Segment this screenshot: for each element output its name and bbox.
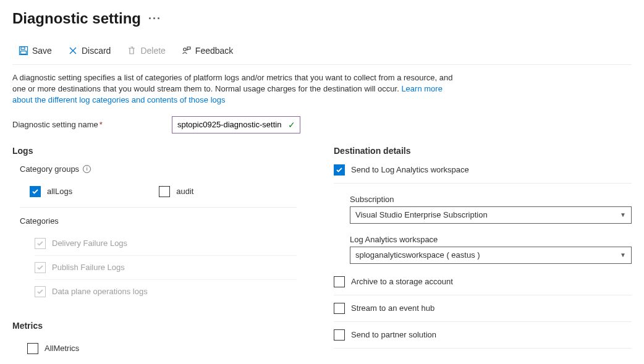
category-label: Delivery Failure Logs	[52, 239, 127, 248]
audit-label: audit	[176, 187, 193, 196]
divider	[20, 207, 297, 208]
setting-name-input[interactable]	[172, 116, 300, 133]
delivery-failure-checkbox	[35, 238, 46, 249]
discard-button[interactable]: Discard	[62, 42, 117, 59]
partner-label: Send to partner solution	[351, 330, 436, 339]
chevron-down-icon: ▼	[620, 211, 626, 218]
more-actions-button[interactable]: ···	[148, 12, 161, 25]
eventhub-label: Stream to an event hub	[351, 303, 434, 313]
workspace-select[interactable]: sploganalyticsworkspace ( eastus ) ▼	[350, 247, 632, 264]
alllogs-label: allLogs	[47, 187, 72, 196]
storage-checkbox[interactable]	[334, 276, 345, 287]
check-icon: ✓	[288, 120, 295, 130]
storage-label: Archive to a storage account	[351, 277, 453, 286]
categories-label: Categories	[12, 216, 297, 226]
close-icon	[68, 46, 78, 56]
svg-rect-1	[21, 47, 25, 49]
trash-icon	[127, 46, 137, 56]
chevron-down-icon: ▼	[620, 252, 626, 258]
allmetrics-checkbox[interactable]	[27, 343, 38, 354]
workspace-label: Log Analytics workspace	[350, 235, 632, 244]
subscription-label: Subscription	[350, 195, 632, 204]
description-text: A diagnostic setting specifies a list of…	[12, 72, 457, 106]
log-analytics-checkbox[interactable]	[334, 164, 345, 176]
category-label: Data plane operations logs	[52, 287, 148, 296]
publish-failure-checkbox	[35, 262, 46, 273]
data-plane-ops-checkbox	[35, 286, 46, 297]
eventhub-checkbox[interactable]	[334, 303, 345, 314]
allmetrics-label: AllMetrics	[44, 344, 79, 353]
person-feedback-icon	[182, 46, 192, 56]
category-label: Publish Failure Logs	[52, 263, 125, 272]
subscription-select[interactable]: Visual Studio Enterprise Subscription ▼	[350, 206, 632, 224]
info-icon[interactable]: i	[83, 165, 91, 173]
category-groups-label: Category groups i	[12, 164, 297, 174]
svg-point-3	[184, 48, 186, 51]
audit-checkbox[interactable]	[159, 186, 170, 197]
partner-checkbox[interactable]	[334, 329, 345, 341]
alllogs-checkbox[interactable]	[30, 186, 41, 197]
save-icon	[19, 46, 28, 56]
svg-rect-2	[21, 51, 27, 54]
setting-name-label: Diagnostic setting name*	[12, 120, 167, 129]
toolbar: Save Discard Delete Feedback	[12, 42, 632, 65]
logs-heading: Logs	[12, 146, 297, 156]
metrics-heading: Metrics	[12, 321, 297, 331]
save-button[interactable]: Save	[12, 42, 58, 59]
destination-heading: Destination details	[334, 146, 632, 156]
feedback-button[interactable]: Feedback	[176, 42, 239, 59]
log-analytics-label: Send to Log Analytics workspace	[351, 165, 469, 174]
page-title: Diagnostic setting	[12, 10, 141, 27]
delete-button: Delete	[121, 42, 171, 59]
